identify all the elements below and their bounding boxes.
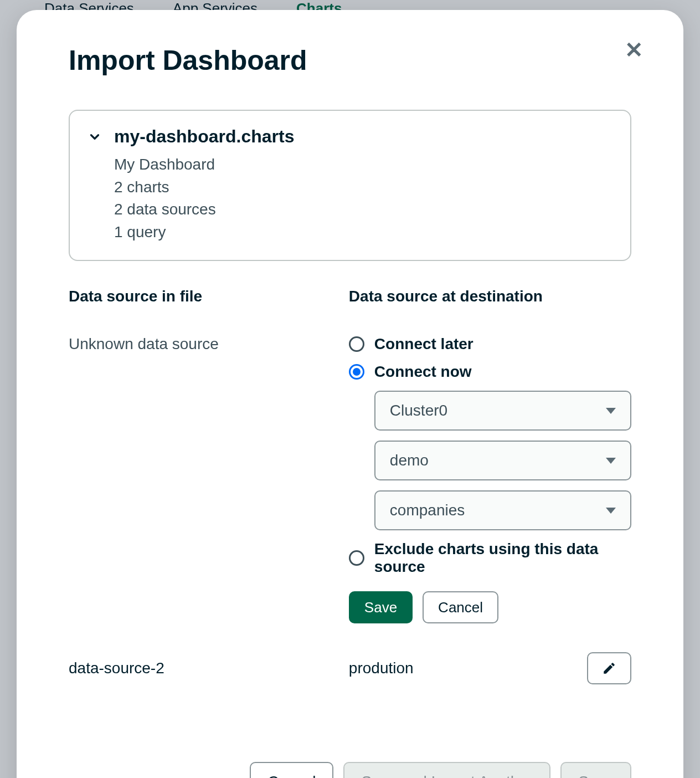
footer-cancel-button[interactable]: Cancel xyxy=(250,762,333,778)
mapping-destination-label: prodution xyxy=(349,659,414,677)
cluster-select[interactable]: Cluster0 xyxy=(374,391,631,431)
col-header-source: Data source in file xyxy=(69,288,338,305)
col-header-destination: Data source at destination xyxy=(349,288,631,305)
modal-title: Import Dashboard xyxy=(69,44,631,76)
file-name: my-dashboard.charts xyxy=(114,126,294,147)
inline-save-button[interactable]: Save xyxy=(349,591,413,623)
select-value: Cluster0 xyxy=(390,402,447,419)
chevron-down-icon xyxy=(606,408,616,414)
radio-connect-now[interactable]: Connect now xyxy=(349,363,631,381)
file-charts-count: 2 charts xyxy=(114,176,614,199)
radio-label: Connect now xyxy=(374,363,472,381)
chevron-down-icon[interactable] xyxy=(86,129,103,145)
database-select[interactable]: demo xyxy=(374,441,631,480)
pencil-icon xyxy=(602,661,616,675)
radio-icon xyxy=(349,336,364,352)
radio-label: Exclude charts using this data source xyxy=(374,540,631,576)
chevron-down-icon xyxy=(606,458,616,464)
footer-save-another-button[interactable]: Save and Import Another xyxy=(343,762,550,778)
footer-save-button[interactable]: Save xyxy=(560,762,631,778)
collection-select[interactable]: companies xyxy=(374,490,631,530)
file-dashboard-name: My Dashboard xyxy=(114,153,614,176)
mapping-source-label: data-source-2 xyxy=(69,659,338,677)
radio-icon xyxy=(349,550,364,566)
edit-mapping-button[interactable] xyxy=(587,652,631,684)
file-summary-card: my-dashboard.charts My Dashboard 2 chart… xyxy=(69,110,631,261)
inline-cancel-button[interactable]: Cancel xyxy=(423,591,498,623)
select-value: demo xyxy=(390,452,429,469)
file-queries-count: 1 query xyxy=(114,221,614,244)
radio-connect-later[interactable]: Connect later xyxy=(349,335,631,353)
select-value: companies xyxy=(390,501,465,519)
file-meta: My Dashboard 2 charts 2 data sources 1 q… xyxy=(86,153,614,243)
radio-label: Connect later xyxy=(374,335,473,353)
modal-footer: Cancel Save and Import Another Save xyxy=(69,762,631,778)
radio-icon xyxy=(349,364,364,380)
close-icon[interactable]: ✕ xyxy=(625,39,644,61)
radio-exclude[interactable]: Exclude charts using this data source xyxy=(349,540,631,576)
file-data-sources-count: 2 data sources xyxy=(114,198,614,221)
import-dashboard-modal: ✕ Import Dashboard my-dashboard.charts M… xyxy=(17,10,683,778)
chevron-down-icon xyxy=(606,508,616,514)
unknown-data-source-label: Unknown data source xyxy=(69,335,338,353)
